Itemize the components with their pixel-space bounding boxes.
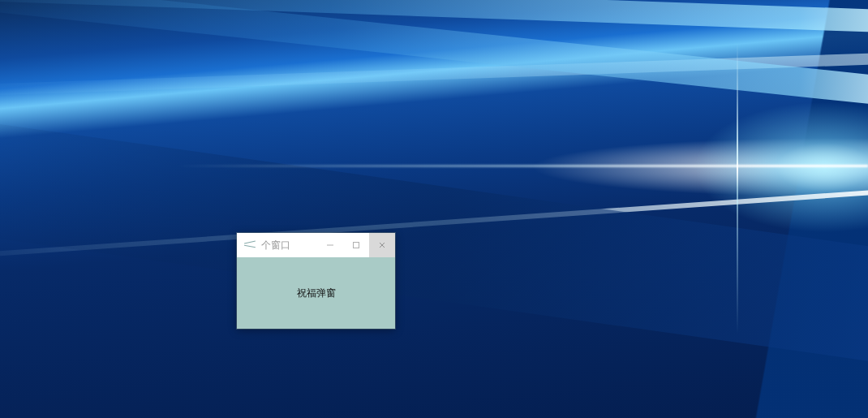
- window-title: 个窗口: [261, 239, 290, 252]
- desktop-wallpaper[interactable]: 个窗口 祝福弹窗: [0, 0, 868, 418]
- svg-rect-0: [354, 243, 359, 248]
- blessing-popup-button[interactable]: 祝福弹窗: [292, 283, 341, 304]
- close-icon: [378, 241, 386, 249]
- maximize-icon: [352, 241, 360, 249]
- decorative-beam: [0, 0, 868, 113]
- maximize-button[interactable]: [343, 233, 369, 257]
- close-button[interactable]: [369, 233, 395, 257]
- popup-window[interactable]: 个窗口 祝福弹窗: [237, 233, 395, 329]
- decorative-edge: [737, 0, 738, 418]
- decorative-beam: [0, 50, 868, 98]
- decorative-glow: [0, 165, 868, 167]
- decorative-beam: [0, 0, 868, 35]
- window-titlebar[interactable]: 个窗口: [237, 233, 395, 257]
- minimize-icon: [326, 241, 334, 249]
- decorative-beam: [0, 114, 868, 372]
- decorative-beam: [0, 184, 868, 262]
- window-client-area: 祝福弹窗: [237, 257, 395, 329]
- window-controls: [317, 233, 395, 257]
- minimize-button[interactable]: [317, 233, 343, 257]
- app-icon: [243, 239, 256, 252]
